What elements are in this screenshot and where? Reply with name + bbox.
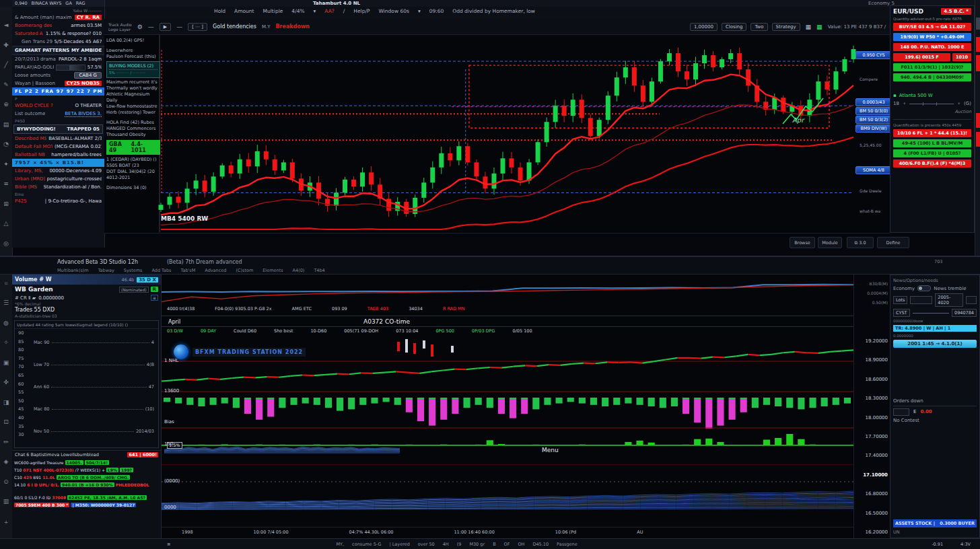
market-watch-row[interactable]: List outcomeBETA BIVDES 3, (12, 110, 104, 118)
leverage-slider[interactable]: 18 ＋＋ (G) (893, 100, 971, 107)
market-watch-row[interactable]: P450 (12, 118, 104, 124)
status-item-2[interactable]: | Layered (389, 542, 409, 547)
band-item-1[interactable]: Tabway (98, 268, 114, 273)
band-item-8[interactable]: A4(0) (293, 268, 305, 273)
toolbar-box-1[interactable]: Closing (722, 23, 747, 31)
breakdown-label[interactable]: Breakdown (275, 24, 310, 30)
hash-icon[interactable]: ⌗ (0, 280, 12, 287)
market-watch-row[interactable]: Emo (12, 191, 104, 197)
menu-item-0[interactable]: Hold (214, 8, 225, 14)
market-watch-row[interactable]: GRAMART PATTERNSMY AMBIDE (12, 46, 104, 55)
trade-button[interactable]: F011 01/3/9(1) | 1032(9)? (893, 63, 971, 71)
price-level-badge[interactable]: 0.0003/43 (855, 98, 892, 106)
status-item-1[interactable]: consume 5-G (352, 542, 381, 547)
draw-icon[interactable]: ✎ (0, 81, 12, 88)
trade-button[interactable]: 199.6) 0015 F (893, 53, 950, 61)
target-icon[interactable]: ◎ (0, 240, 12, 247)
toolbar-box-3[interactable]: Strategy (772, 23, 800, 31)
candlestick-chart[interactable]: Apr (104, 35, 890, 232)
box-icon[interactable]: ⊡ (0, 418, 12, 425)
price-level-badge[interactable]: 0.950 CYS (855, 51, 892, 59)
layout-icon[interactable]: ▤ (0, 121, 12, 128)
pencil-icon[interactable]: ✏ (0, 439, 12, 445)
market-watch-row[interactable]: Urban (MRD)postagriculture-crossed (12, 175, 104, 183)
trade-button[interactable]: 940. 494.4 B | 04330M09! (893, 73, 971, 81)
trade-button[interactable]: 4 (F00 L1/FB) U | 0105? (893, 149, 971, 157)
status-item-7[interactable]: B (493, 542, 495, 547)
split-icon[interactable]: ◨ (0, 399, 12, 406)
volume-chip[interactable]: 35 D X (137, 277, 158, 283)
menu-item-7[interactable]: Help/P (353, 8, 370, 14)
toolbar-box-2[interactable]: Two (750, 23, 767, 31)
table-row[interactable]: 60/1 0 S1/2 F-0 ID3700862452 PE, 18.35 /… (12, 494, 161, 501)
market-watch-row[interactable]: Library, MS,00000-Decennes-4.09 (12, 167, 104, 175)
ribbon-chart[interactable] (162, 464, 853, 525)
list-icon[interactable]: ☰ (0, 299, 12, 306)
band-item-5[interactable]: Advanced (205, 268, 226, 273)
table-icon[interactable]: ▥ (0, 498, 12, 505)
table-row[interactable]: 14.106 I D UPL/ 0/1.940.01 (B +16 D 930%… (12, 481, 161, 488)
band-item-4[interactable]: Tab'sM (181, 268, 196, 273)
menu-item-9[interactable]: ▾ (418, 8, 421, 14)
trade-button[interactable]: BUY/SE 03 4.5 → GA 11.02? (893, 23, 971, 31)
tp-row[interactable]: TR: 4.8900 | W | AH | 1 (893, 325, 977, 332)
grid-toggle-icon[interactable]: ▦ (806, 24, 812, 30)
status-item-4[interactable]: 4H (443, 542, 449, 547)
crosshair-icon[interactable]: ✚ (0, 42, 12, 48)
assets-bar[interactable]: ASSETS STOCK | 0.3000 BUYER (893, 519, 977, 527)
row-value[interactable]: BETA BIVDES 3, (65, 111, 102, 117)
range-field[interactable]: 2005-4020 (935, 293, 963, 307)
table-row[interactable]: C10425B9111.0LAROG TO (B 6 DOM../409/ CM… (12, 474, 161, 481)
menu-label[interactable]: Menu (542, 447, 559, 453)
timeframe-box[interactable]: [ ⋯ ] (188, 23, 207, 31)
oscillator-chart[interactable] (162, 394, 853, 433)
market-watch-row[interactable]: P425| 9-Co-tretirao-G-, Hawa (12, 197, 104, 205)
status-item-9[interactable]: OH (518, 542, 524, 547)
market-watch-row[interactable]: BYWYDODING!TRAPPED 05 (13, 124, 103, 134)
menu-icon[interactable]: ≡ (0, 180, 12, 187)
add-indicator-icon[interactable]: ⊕ (0, 101, 12, 108)
record-icon[interactable]: ◍ (0, 320, 12, 326)
trade-button[interactable]: 10/10 6 FL + 1 * 44.4 (15.1)! (893, 129, 971, 137)
price-level-badge[interactable]: BM 50 0/3(0) (855, 107, 892, 115)
band-item-0[interactable]: Multibank(s)m (57, 268, 89, 273)
noise-band-chart[interactable] (164, 441, 400, 454)
market-watch-row[interactable]: 20/7/2013 dramaPARDOL-2 8 1aqm (12, 55, 104, 63)
price-level-badge[interactable]: SOMA 4/8 (855, 166, 892, 174)
market-watch-row[interactable]: Yaba W––––––– (12, 7, 104, 13)
spread-chart[interactable] (162, 276, 853, 305)
status-item-6[interactable]: M30 gr (469, 542, 485, 547)
cursor-icon[interactable]: ◄ (0, 22, 12, 28)
market-watch-row[interactable]: Described MSBASEBALL-ALMART 2/3 (12, 135, 104, 143)
dot-icon[interactable]: ⊙ (0, 478, 12, 485)
chart-footer-button-3[interactable]: Define (877, 237, 909, 248)
layers-icon[interactable]: ≣ (167, 542, 170, 547)
market-watch-row[interactable]: 7957 × 45% × B15.B! (12, 159, 104, 167)
grid-icon[interactable]: ⊞ (0, 200, 12, 207)
news-toggle[interactable] (917, 285, 931, 291)
lots-field[interactable]: Lots (893, 296, 907, 304)
market-watch-row[interactable]: Default Fall MOT(MCG-CERAMA 0.02) (12, 143, 104, 151)
band-item-2[interactable]: Systems (124, 268, 143, 273)
status-item-5[interactable]: (9 (457, 542, 462, 547)
chart-footer-button-2[interactable]: ⧉ 3.0 (847, 237, 874, 248)
market-watch-row[interactable]: Boomerang desarmes 03.5M (12, 22, 104, 30)
diamond-icon[interactable]: ◈ (0, 458, 12, 465)
trade-button[interactable]: 49-45 (100) L B BL/MV/M (893, 139, 971, 147)
status-item-0[interactable]: MY, (336, 542, 344, 547)
sparkle-icon[interactable]: ✧ (0, 339, 12, 346)
trendline-icon[interactable]: ╱ (0, 61, 12, 68)
trade-button[interactable]: 148 00. P.U. NATO. 1000 E (893, 43, 971, 51)
plus-icon[interactable]: ＋ (0, 518, 12, 527)
chart-footer-button-1[interactable]: Module (818, 237, 842, 248)
collapse-icon[interactable]: — (148, 24, 154, 30)
menu-item-2[interactable]: Multiple (263, 8, 283, 14)
status-item-3[interactable]: over 50 (418, 542, 435, 547)
toolbar-box-0[interactable]: 1,00000 (690, 23, 718, 31)
price-field[interactable]: 0940784 (952, 309, 977, 317)
band-item-6[interactable]: (C)stom (236, 268, 253, 273)
table-row[interactable]: 7005 S9EM 400 B 300 *| M350: W000000Y 39… (12, 501, 161, 509)
menu-item-8[interactable]: Window 60s (378, 8, 409, 14)
band-item-7[interactable]: Elements (262, 268, 283, 273)
price-level-badge[interactable]: BM9 DIV(W) (855, 124, 892, 133)
